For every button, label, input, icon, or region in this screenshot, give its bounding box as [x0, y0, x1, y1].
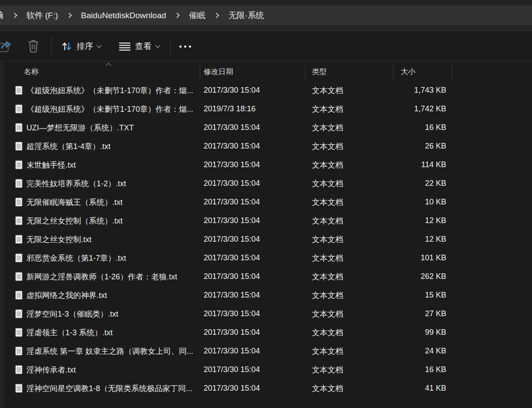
text-file-icon: [15, 365, 23, 374]
file-date-modified: 2017/3/30 15:04: [204, 272, 260, 281]
file-size-cell: 1,742 KB: [393, 100, 452, 118]
file-row[interactable]: 无限之丝女控制.txt 2017/3/30 15:04 文本文档 12 KB: [0, 230, 532, 249]
chevron-right-icon[interactable]: [174, 13, 180, 18]
file-size: 41 KB: [425, 384, 446, 393]
column-header-type[interactable]: 类型: [305, 62, 393, 81]
file-type: 文本文档: [312, 197, 343, 207]
file-type-cell: 文本文档: [305, 304, 393, 323]
file-date-modified: 2017/3/30 15:04: [204, 309, 260, 318]
file-type-cell: 文本文档: [305, 193, 393, 211]
file-size: 16 KB: [425, 123, 446, 132]
file-size-cell: 114 KB: [393, 155, 452, 174]
file-size: 24 KB: [425, 346, 446, 356]
breadcrumb-item-baidunetdiskdownload[interactable]: BaiduNetdiskDownload: [78, 11, 169, 20]
file-date-cell: 2017/3/30 15:04: [200, 286, 305, 304]
file-name: UZI—梦想无限游（系统）.TXT: [26, 123, 134, 133]
file-size-cell: 16 KB: [393, 118, 452, 137]
file-name: 淫虐系统 第一章 奴隶主之路（调教女上司、同...: [26, 346, 193, 356]
column-header-name[interactable]: 名称: [7, 62, 200, 81]
file-name-cell: 淫神空间星空调教1-8（无限类系统极品家丁同...: [7, 379, 200, 398]
file-size-cell: 16 KB: [393, 360, 452, 379]
file-row[interactable]: 《超级泡妞系统》（未删节1-170章）作者：烟... 2019/7/3 18:1…: [0, 100, 532, 118]
trash-icon: [26, 39, 41, 54]
file-size-cell: 12 KB: [393, 230, 452, 249]
file-row[interactable]: 淫神空间星空调教1-8（无限类系统极品家丁同... 2017/3/30 15:0…: [0, 379, 532, 398]
file-size: 262 KB: [421, 272, 446, 281]
file-row[interactable]: 《超级泡妞系统》（未删节1-170章）作者：烟... 2017/3/30 15:…: [0, 81, 532, 100]
file-name-cell: 无限之丝女控制（系统）.txt: [7, 211, 200, 230]
file-size: 12 KB: [425, 235, 446, 244]
file-row[interactable]: 超淫系统（第1-4章）.txt 2017/3/30 15:04 文本文档 26 …: [0, 137, 532, 155]
file-row[interactable]: 淫虐系统 第一章 奴隶主之路（调教女上司、同... 2017/3/30 15:0…: [0, 342, 532, 360]
text-file-icon: [15, 142, 23, 151]
file-name: 无限之丝女控制.txt: [26, 234, 91, 245]
file-row[interactable]: 新网游之淫兽调教师（1-26）作者：老狼.txt 2017/3/30 15:04…: [0, 267, 532, 286]
file-type-cell: 文本文档: [305, 379, 393, 398]
file-type: 文本文档: [312, 123, 343, 133]
file-row[interactable]: 虚拟网络之我的神界.txt 2017/3/30 15:04 文本文档 15 KB: [0, 286, 532, 304]
file-size: 101 KB: [421, 253, 446, 262]
file-row[interactable]: 淫虐领主（1-3 系统）.txt 2017/3/30 15:04 文本文档 99…: [0, 323, 532, 342]
row-spacer: [452, 379, 532, 398]
file-row[interactable]: 淫梦空间1-3（催眠类）.txt 2017/3/30 15:04 文本文档 27…: [0, 304, 532, 323]
file-row[interactable]: UZI—梦想无限游（系统）.TXT 2017/3/30 15:04 文本文档 1…: [0, 118, 532, 137]
file-name: 末世触手怪.txt: [26, 160, 76, 170]
row-spacer: [452, 174, 532, 193]
file-type: 文本文档: [312, 309, 343, 319]
window-chrome: 脑 软件 (F:) BaiduNetdiskDownload 催眠 无限·系统: [0, 0, 532, 31]
breadcrumb-item-drive-f[interactable]: 软件 (F:): [24, 10, 61, 21]
chevron-right-icon[interactable]: [214, 13, 219, 18]
column-header-size[interactable]: 大小: [393, 62, 452, 81]
row-spacer: [452, 249, 532, 267]
share-button[interactable]: [0, 31, 14, 62]
file-size: 15 KB: [425, 291, 446, 300]
file-row[interactable]: 末世触手怪.txt 2017/3/30 15:04 文本文档 114 KB: [0, 155, 532, 174]
file-date-cell: 2017/3/30 15:04: [200, 249, 305, 267]
file-date-cell: 2017/3/30 15:04: [200, 360, 305, 379]
file-date-cell: 2017/3/30 15:04: [200, 118, 305, 137]
toolbar-separator: [170, 37, 171, 56]
file-size-cell: 12 KB: [393, 211, 452, 230]
breadcrumb-item-cuimian[interactable]: 催眠: [186, 10, 208, 21]
file-name: 完美性奴培养系统（1-2）.txt: [26, 178, 126, 189]
file-row[interactable]: 无限催眠海贼王（系统）.txt 2017/3/30 15:04 文本文档 10 …: [0, 193, 532, 211]
view-button[interactable]: 查看: [119, 31, 159, 62]
file-name-cell: 完美性奴培养系统（1-2）.txt: [7, 174, 200, 193]
file-row[interactable]: 淫神传承者.txt 2017/3/30 15:04 文本文档 16 KB: [0, 360, 532, 379]
file-row[interactable]: 邪恶赏金系统（第1-7章）.txt 2017/3/30 15:04 文本文档 1…: [0, 249, 532, 267]
text-file-icon: [15, 235, 23, 244]
file-name-cell: 末世触手怪.txt: [7, 155, 200, 174]
file-row[interactable]: 无限之丝女控制（系统）.txt 2017/3/30 15:04 文本文档 12 …: [0, 211, 532, 230]
file-row[interactable]: 完美性奴培养系统（1-2）.txt 2017/3/30 15:04 文本文档 2…: [0, 174, 532, 193]
view-button-label: 查看: [135, 41, 152, 52]
text-file-icon: [15, 86, 23, 95]
text-file-icon: [15, 104, 23, 113]
chevron-right-icon[interactable]: [12, 13, 17, 18]
breadcrumb-item-current-folder[interactable]: 无限·系统: [226, 10, 266, 21]
file-date-modified: 2017/3/30 15:04: [204, 291, 260, 300]
file-name-cell: 无限之丝女控制.txt: [7, 230, 200, 249]
chevron-right-icon[interactable]: [66, 13, 72, 18]
file-date-modified: 2017/3/30 15:04: [204, 253, 260, 262]
file-name-cell: 淫神传承者.txt: [7, 360, 200, 379]
file-type-cell: 文本文档: [305, 286, 393, 304]
text-file-icon: [15, 328, 23, 337]
text-file-icon: [15, 216, 23, 225]
sort-button[interactable]: 排序: [61, 31, 101, 62]
file-date-modified: 2017/3/30 15:04: [204, 198, 260, 207]
column-header-date-modified[interactable]: 修改日期: [200, 62, 305, 81]
file-type-cell: 文本文档: [305, 118, 393, 137]
column-headers: 名称 修改日期 类型 大小: [0, 62, 532, 81]
file-date-cell: 2017/3/30 15:04: [200, 379, 305, 398]
breadcrumb-item-this-pc[interactable]: 脑: [0, 10, 6, 21]
file-type: 文本文档: [312, 253, 343, 263]
file-size: 16 KB: [425, 365, 446, 374]
see-more-button[interactable]: [179, 31, 191, 62]
file-name: 新网游之淫兽调教师（1-26）作者：老狼.txt: [26, 272, 177, 282]
row-spacer: [452, 100, 532, 118]
file-date-cell: 2017/3/30 15:04: [200, 304, 305, 323]
file-list-area: 名称 修改日期 类型 大小: [0, 62, 532, 408]
file-type: 文本文档: [312, 383, 343, 394]
file-size: 22 KB: [425, 179, 446, 188]
delete-button[interactable]: [26, 31, 41, 62]
